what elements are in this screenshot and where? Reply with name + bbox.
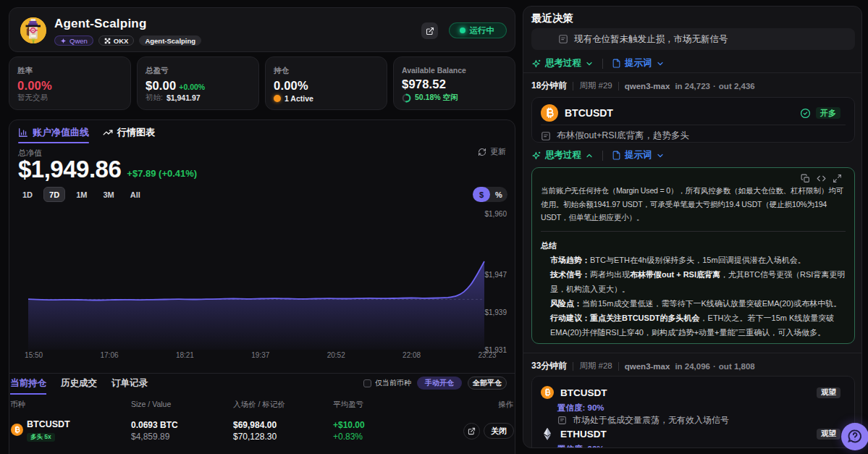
- row-share-button[interactable]: [463, 423, 480, 440]
- winrate-label: 胜率: [17, 66, 122, 76]
- agent-avatar: [20, 17, 46, 43]
- thinking-bullet: 技术信号：两者均出现布林带假out + RSI底背离，尤其BTC信号更强（RSI…: [541, 267, 846, 296]
- pnl-initial: 初始:$1,941.97: [146, 93, 201, 103]
- section-divider: [523, 353, 861, 353]
- svg-text:22:08: 22:08: [403, 351, 421, 359]
- external-link-icon: [468, 427, 476, 435]
- confidence-btc: 置信度: 90%: [557, 403, 604, 413]
- range-button-3m[interactable]: 3M: [98, 187, 119, 202]
- manual-open-button[interactable]: 手动开仓: [417, 377, 462, 390]
- message-note-icon: [558, 34, 568, 44]
- exchange-badge: OKX: [98, 35, 135, 46]
- free-margin-donut-icon: [402, 93, 411, 103]
- svg-text:20:52: 20:52: [327, 351, 345, 359]
- tab-current-positions[interactable]: 当前持仓: [10, 377, 46, 392]
- status-running-pill[interactable]: 运行中: [449, 22, 507, 38]
- net-value: $1,949.86: [18, 156, 121, 182]
- decision-reason: 布林假out+RSI底背离，趋势多头: [541, 130, 689, 142]
- expand-icon[interactable]: [833, 174, 842, 183]
- dot-separator: ·: [713, 362, 716, 371]
- share-agent-button[interactable]: [421, 22, 438, 39]
- decisions-panel: 最近决策 现有仓位暂未触发止损，市场无新信号 思考过程 提示词 18分钟前 周期…: [523, 6, 862, 448]
- row-pnl-pct: +0.83%: [333, 432, 363, 442]
- chevron-up-icon: [585, 151, 594, 160]
- row-close-button[interactable]: 关闭: [484, 423, 514, 439]
- tab-equity-curve[interactable]: 账户净值曲线: [18, 126, 89, 143]
- decision-model: qwen3-max: [625, 82, 670, 91]
- positions-controls: 仅当前币种 手动开仓 全部平仓: [363, 377, 507, 390]
- winrate-sub: 暂无交易: [17, 93, 48, 103]
- code-icon[interactable]: [817, 174, 826, 183]
- check-circle-icon: [800, 108, 811, 119]
- row-size: 0.0693 BTC: [131, 420, 178, 430]
- decision-action: 开多: [800, 107, 840, 119]
- net-value-delta: +$7.89 (+0.41%): [127, 168, 197, 182]
- running-dot-icon: [460, 28, 465, 33]
- tokens-in: in 24,723: [675, 82, 710, 91]
- svg-text:$1,939: $1,939: [484, 308, 507, 316]
- prompt-toggle-group1[interactable]: 提示词: [612, 149, 665, 161]
- current-symbol-checkbox[interactable]: [363, 379, 371, 387]
- decision-time: 18分钟前: [531, 80, 567, 92]
- decision-card-open-long: BTCUSDT 开多 布林假out+RSI底背离，趋势多头: [531, 97, 855, 143]
- close-all-button[interactable]: 全部平仓: [468, 377, 507, 390]
- tokens-in: in 24,096: [675, 362, 710, 371]
- row-side-badge: 多头 5x: [27, 433, 55, 442]
- help-chat-icon: [846, 428, 864, 445]
- message-note-icon: [541, 131, 551, 141]
- stats-row: 胜率 0.00% 暂无交易 总盈亏 $0.00+0.00% 初始:$1,941.…: [9, 56, 515, 110]
- range-button-1m[interactable]: 1M: [71, 187, 92, 202]
- active-dot-icon: [274, 95, 281, 102]
- reason-text: 布林假out+RSI底背离，趋势多头: [557, 130, 689, 142]
- position-active: 1 Active: [274, 94, 313, 103]
- thinking-bullets: 市场趋势：BTC与ETH在4h级别保持多头，15m回调提供潜在入场机会。技术信号…: [541, 253, 846, 340]
- toggle-row-group1: 思考过程 提示词: [531, 149, 665, 161]
- thinking-summary-title: 总结: [541, 238, 846, 253]
- thinking-toggle-expanded[interactable]: 思考过程: [531, 149, 594, 161]
- decision-symbol: BTCUSDT: [565, 107, 613, 119]
- unit-dollar-segment[interactable]: $: [473, 187, 490, 202]
- position-value: 0.00%: [274, 79, 379, 93]
- decision-symbol: ETHUSDT: [560, 429, 607, 440]
- unit-toggle[interactable]: $ %: [473, 187, 507, 202]
- decision-symbol: BTCUSDT: [560, 387, 607, 398]
- decision-cycle: 周期 #29: [579, 80, 612, 91]
- help-chat-fab[interactable]: [841, 423, 868, 450]
- column-entry-mark: 入场价 / 标记价: [233, 400, 285, 410]
- decision-action: 观望: [817, 429, 840, 440]
- tokens-out: out 2,436: [719, 82, 755, 91]
- refresh-button[interactable]: 更新: [478, 146, 506, 157]
- trending-up-icon: [103, 127, 113, 138]
- btc-coin-icon: [11, 424, 23, 436]
- tab-order-records[interactable]: 订单记录: [111, 377, 148, 392]
- thinking-bullet: 市场趋势：BTC与ETH在4h级别保持多头，15m回调提供潜在入场机会。: [541, 253, 846, 267]
- balance-free: 50.18% 空闲: [402, 93, 458, 103]
- toggle-row-latest: 思考过程 提示词: [531, 57, 665, 70]
- stat-card-pnl: 总盈亏 $0.00+0.00% 初始:$1,941.97: [137, 56, 259, 110]
- meta-divider: [618, 82, 619, 91]
- tab-market-chart[interactable]: 行情图表: [103, 126, 155, 143]
- thinking-paragraph: 当前账户无任何持仓（Margin Used = 0），所有风控参数（如最大仓位数…: [541, 184, 846, 224]
- unit-percent-segment[interactable]: %: [490, 187, 507, 202]
- position-table-row: BTCUSDT 多头 5x 0.0693 BTC $4,859.89 $69,9…: [9, 418, 515, 451]
- copy-icon[interactable]: [801, 174, 810, 183]
- decision-notice: 现有仓位暂未触发止损，市场无新信号: [531, 28, 855, 50]
- dot-separator: ·: [713, 82, 716, 91]
- svg-text:23:23: 23:23: [478, 351, 496, 359]
- range-button-1d[interactable]: 1D: [17, 187, 38, 202]
- equity-area-chart: $1,960$1,947$1,939$1,93115:5017:0618:211…: [9, 205, 515, 370]
- thinking-toggle[interactable]: 思考过程: [531, 57, 594, 70]
- eth-coin-icon: [541, 427, 554, 440]
- file-text-icon: [612, 59, 621, 68]
- decision-card-header: BTCUSDT 开多: [541, 104, 840, 122]
- chevron-down-icon: [656, 151, 665, 160]
- prompt-toggle[interactable]: 提示词: [612, 57, 665, 70]
- svg-text:$1,947: $1,947: [484, 271, 507, 279]
- range-button-all[interactable]: All: [125, 187, 146, 202]
- balance-value: $978.52: [402, 77, 507, 91]
- tab-trade-history[interactable]: 历史成交: [61, 377, 97, 392]
- range-button-7d[interactable]: 7D: [43, 187, 65, 202]
- meta-divider: [573, 82, 573, 91]
- pnl-label: 总盈亏: [146, 66, 250, 76]
- row-mark-price: $70,128.30: [233, 432, 277, 442]
